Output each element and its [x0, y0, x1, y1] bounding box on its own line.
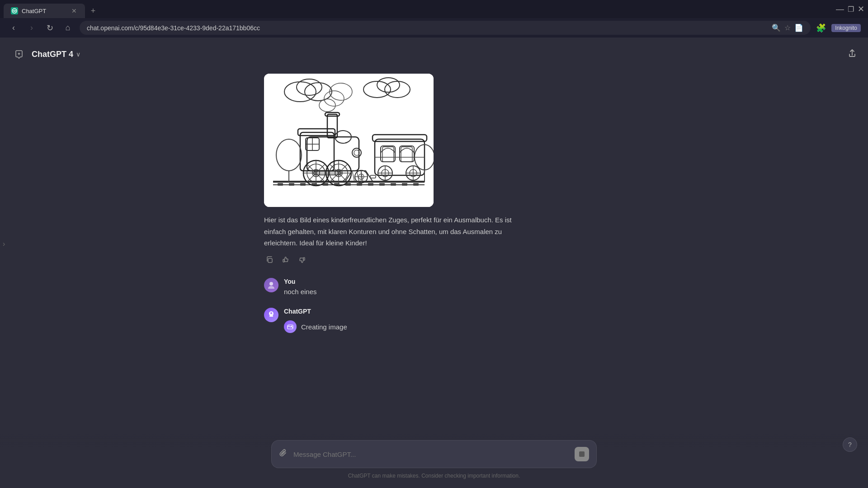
- forward-button[interactable]: ›: [25, 22, 38, 34]
- ai-response-row: ChatGPT Creating image: [264, 308, 604, 335]
- creating-icon: [284, 320, 297, 333]
- tab-close-btn[interactable]: ✕: [71, 7, 78, 14]
- home-button[interactable]: ⌂: [61, 22, 74, 34]
- user-name-label: You: [284, 278, 317, 285]
- new-tab-button[interactable]: +: [87, 5, 99, 17]
- tab-favicon: [11, 7, 18, 14]
- profile-button[interactable]: Inkognito: [831, 24, 861, 32]
- svg-point-86: [291, 326, 292, 327]
- tab-label: ChatGPT: [22, 8, 67, 14]
- search-lens-icon[interactable]: 🔍: [772, 23, 781, 32]
- send-button[interactable]: [575, 447, 589, 461]
- input-area: ChatGPT can make mistakes. Consider chec…: [0, 433, 868, 488]
- svg-point-84: [270, 312, 272, 314]
- browser-toolbar-right: 🧩 Inkognito: [816, 23, 861, 33]
- creating-image-text: Creating image: [301, 323, 347, 331]
- app-header: ChatGPT 4 ∨: [0, 41, 868, 68]
- browser-chrome: ChatGPT ✕ + — ❐ ✕ ‹ › ↻ ⌂ chat.openai.co…: [0, 0, 868, 38]
- svg-point-0: [12, 9, 17, 13]
- thumbs-down-button[interactable]: [297, 254, 307, 267]
- header-right: [847, 48, 857, 61]
- extensions-icon[interactable]: 🧩: [816, 23, 826, 33]
- address-bar-icons: 🔍 ☆ 📄: [772, 23, 803, 32]
- bookmark-icon[interactable]: ☆: [784, 23, 791, 32]
- chatgpt-avatar: [264, 308, 278, 322]
- model-name-label: ChatGPT 4: [32, 50, 73, 59]
- model-chevron-icon: ∨: [76, 51, 80, 58]
- ai-response-content: ChatGPT Creating image: [284, 308, 347, 335]
- address-bar-row: ‹ › ↻ ⌂ chat.openai.com/c/95d84e3e-31ce-…: [0, 18, 868, 38]
- restore-button[interactable]: ❐: [848, 5, 854, 14]
- user-avatar-image: [264, 278, 278, 292]
- message-input[interactable]: [293, 450, 569, 458]
- new-chat-button[interactable]: [11, 46, 27, 62]
- user-message-row: You noch eines: [264, 278, 604, 297]
- thumbs-up-button[interactable]: [280, 254, 291, 267]
- ai-image-message: [264, 74, 604, 207]
- user-avatar: [264, 278, 278, 292]
- url-text: chat.openai.com/c/95d84e3e-31ce-4233-9de…: [87, 24, 260, 32]
- tab-bar: ChatGPT ✕ + — ❐ ✕: [0, 0, 868, 18]
- window-controls: — ❐ ✕: [836, 4, 864, 18]
- address-bar[interactable]: chat.openai.com/c/95d84e3e-31ce-4233-9de…: [80, 21, 811, 35]
- chat-area: Hier ist das Bild eines kinderfreundlich…: [253, 65, 615, 396]
- user-info: You noch eines: [284, 278, 317, 297]
- help-button[interactable]: ?: [843, 437, 857, 452]
- model-selector[interactable]: ChatGPT 4 ∨: [27, 47, 85, 62]
- svg-rect-87: [579, 451, 585, 457]
- user-message-text: noch eines: [284, 287, 317, 297]
- chatgpt-name-label: ChatGPT: [284, 308, 347, 315]
- generated-image[interactable]: [264, 74, 434, 207]
- close-window-button[interactable]: ✕: [858, 4, 864, 14]
- share-button[interactable]: [847, 48, 857, 61]
- svg-rect-80: [268, 258, 272, 263]
- sidebar-toggle[interactable]: ›: [3, 240, 5, 248]
- copy-button[interactable]: [264, 254, 275, 267]
- active-tab[interactable]: ChatGPT ✕: [4, 4, 85, 18]
- ai-text-message-wrapper: Hier ist das Bild eines kinderfreundlich…: [264, 214, 604, 267]
- svg-rect-81: [283, 259, 284, 262]
- back-button[interactable]: ‹: [7, 22, 20, 34]
- svg-rect-82: [303, 258, 305, 260]
- input-box: [271, 440, 597, 468]
- reader-mode-icon[interactable]: 📄: [794, 23, 803, 32]
- message-actions: [264, 254, 604, 267]
- main-content: Hier ist das Bild eines kinderfreundlich…: [0, 38, 868, 396]
- disclaimer-text: ChatGPT can make mistakes. Consider chec…: [348, 473, 520, 479]
- refresh-button[interactable]: ↻: [43, 22, 56, 34]
- svg-point-83: [269, 282, 273, 286]
- ai-text-content: Hier ist das Bild eines kinderfreundlich…: [264, 214, 517, 249]
- attach-button[interactable]: [279, 449, 288, 460]
- creating-image-row: Creating image: [284, 319, 347, 335]
- minimize-button[interactable]: —: [836, 5, 844, 14]
